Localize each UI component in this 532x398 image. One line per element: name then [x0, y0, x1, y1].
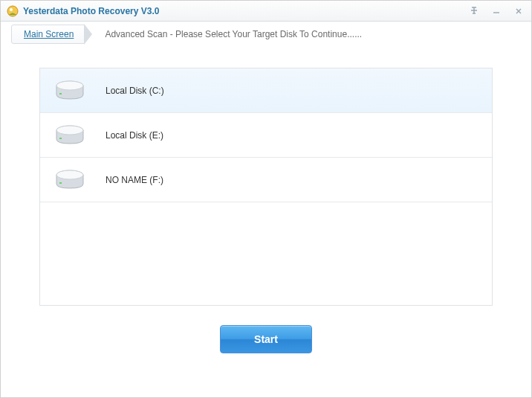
main-screen-link[interactable]: Main Screen [24, 29, 74, 39]
window-title: Yesterdata Photo Recovery V3.0 [23, 6, 467, 16]
svg-rect-7 [59, 138, 62, 139]
hard-drive-icon [53, 167, 86, 193]
svg-point-9 [56, 170, 83, 179]
content-area: Local Disk (C:) Local Disk (E:) [1, 47, 531, 361]
breadcrumb: Main Screen Advanced Scan - Please Selec… [1, 22, 531, 47]
disk-row[interactable]: Local Disk (C:) [40, 68, 492, 113]
disk-list-panel: Local Disk (C:) Local Disk (E:) [39, 68, 493, 306]
breadcrumb-subtitle: Advanced Scan - Please Select Your Targe… [105, 29, 362, 39]
title-bar: Yesterdata Photo Recovery V3.0 [1, 1, 531, 22]
disk-row[interactable]: Local Disk (E:) [40, 113, 492, 158]
svg-point-1 [10, 8, 13, 11]
disk-label: NO NAME (F:) [106, 175, 163, 185]
disk-label: Local Disk (E:) [106, 130, 163, 141]
svg-rect-10 [59, 182, 62, 184]
hard-drive-icon [53, 78, 86, 103]
breadcrumb-main[interactable]: Main Screen [11, 25, 85, 44]
footer: Start [39, 325, 493, 353]
hard-drive-icon [53, 123, 86, 148]
close-button[interactable] [512, 5, 525, 17]
disk-label: Local Disk (C:) [106, 86, 164, 96]
app-icon [7, 5, 19, 17]
start-button[interactable]: Start [220, 325, 312, 353]
svg-rect-4 [59, 93, 62, 94]
disk-row[interactable]: NO NAME (F:) [40, 158, 492, 202]
breadcrumb-arrow-icon [85, 25, 92, 44]
pin-button[interactable] [467, 5, 481, 17]
svg-point-6 [56, 126, 83, 135]
minimize-button[interactable] [490, 5, 503, 17]
svg-point-3 [56, 81, 83, 90]
window-controls [467, 5, 525, 17]
